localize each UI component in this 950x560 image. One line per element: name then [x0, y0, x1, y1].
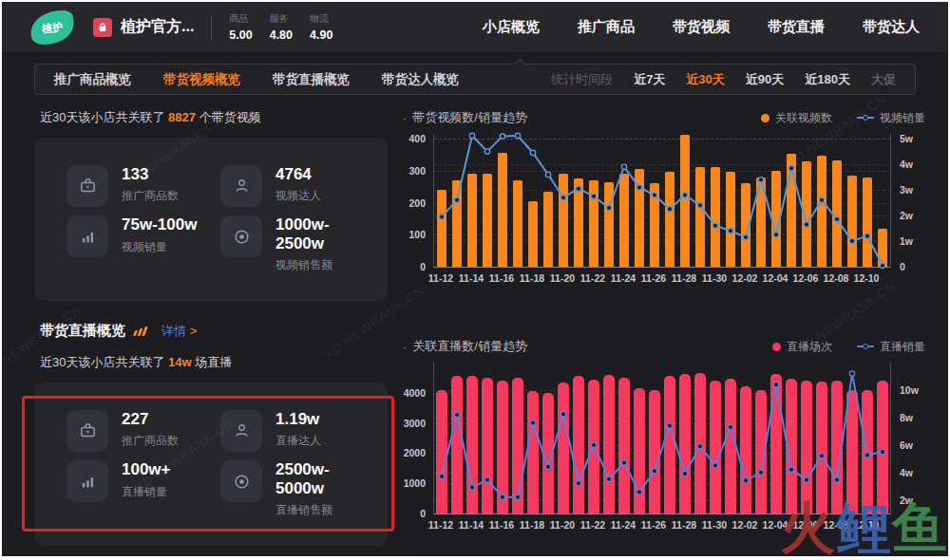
video-chart: 0100200300400 01w2w3w4w5w 11-1211-1411-1… — [401, 134, 929, 285]
legend-item[interactable]: 视频销量 — [857, 110, 925, 126]
line-point-11-26[interactable] — [652, 468, 656, 473]
line-point-11-22[interactable] — [591, 194, 596, 198]
line-point-11-18[interactable] — [530, 420, 535, 425]
line-point-11-12[interactable] — [439, 474, 444, 478]
line-point-11-18[interactable] — [530, 150, 535, 155]
line-point-12-09[interactable] — [849, 371, 854, 376]
line-point-11-28[interactable] — [682, 193, 687, 197]
period-promo[interactable]: 大促 — [871, 71, 896, 88]
line-point-11-25[interactable] — [636, 490, 641, 495]
line-point-12-05[interactable] — [788, 467, 793, 472]
line-point-11-23[interactable] — [606, 476, 611, 481]
line-point-11-13[interactable] — [454, 197, 459, 202]
line-point-11-21[interactable] — [576, 481, 580, 486]
nav-item-promo-products[interactable]: 推广商品 — [578, 18, 635, 36]
live-chart: 01000200030004000 2w4w6w8w10w 11-1211-14… — [401, 363, 929, 532]
nav-item-live[interactable]: 带货直播 — [768, 18, 825, 36]
nav-item-video[interactable]: 带货视频 — [673, 18, 730, 36]
line-point-11-12[interactable] — [439, 215, 444, 219]
x-tick-label: 11-12 — [428, 519, 453, 531]
tab-video-overview[interactable]: 带货视频概览 — [163, 71, 240, 88]
stat-label: 视频销售额 — [276, 257, 374, 273]
x-tick-label: 12-10 — [854, 272, 880, 284]
nav-item-influencers[interactable]: 带货达人 — [863, 18, 920, 36]
subnav-bar: 推广商品概览 带货视频概览 带货直播概览 带货达人概览 统计时间段 近7天 近3… — [34, 64, 916, 95]
line-point-11-17[interactable] — [515, 133, 520, 138]
line-point-11-14[interactable] — [469, 133, 474, 138]
stat-label: 视频达人 — [276, 188, 321, 204]
line-point-11-27[interactable] — [667, 423, 672, 428]
line-point-12-06[interactable] — [804, 477, 808, 482]
line-point-12-10[interactable] — [864, 233, 869, 238]
legend-item[interactable]: 直播销量 — [857, 339, 925, 355]
line-point-11-23[interactable] — [606, 205, 611, 210]
detail-link[interactable]: 详情 > — [162, 323, 197, 340]
line-point-11-28[interactable] — [682, 471, 687, 476]
line-point-12-01[interactable] — [728, 424, 732, 429]
line-point-12-04[interactable] — [773, 233, 778, 237]
line-point-11-29[interactable] — [697, 203, 702, 208]
line-point-11-24[interactable] — [621, 460, 626, 465]
legend-item[interactable]: 直播场次 — [772, 339, 832, 355]
line-point-11-16[interactable] — [500, 495, 504, 499]
line-point-11-29[interactable] — [697, 443, 702, 448]
line-point-12-08[interactable] — [834, 216, 839, 221]
line-point-11-20[interactable] — [560, 412, 565, 417]
line-point-11-22[interactable] — [591, 442, 596, 447]
line-point-11-21[interactable] — [576, 186, 580, 191]
line-point-11-20[interactable] — [560, 195, 565, 199]
line-point-12-04[interactable] — [773, 382, 778, 386]
line-point-12-08[interactable] — [834, 477, 839, 482]
tab-influencer-overview[interactable]: 带货达人概览 — [382, 71, 459, 88]
line-point-11-30[interactable] — [712, 463, 717, 468]
line-point-12-11[interactable] — [880, 449, 884, 454]
score-logistics: 物流 4.90 — [310, 12, 332, 42]
legend-item[interactable]: 关联视频数 — [761, 110, 832, 126]
line-point-12-07[interactable] — [819, 197, 824, 202]
x-tick-label: 11-18 — [520, 272, 544, 284]
line-point-11-24[interactable] — [621, 164, 626, 169]
line-point-11-19[interactable] — [545, 464, 550, 469]
period-90d[interactable]: 近90天 — [746, 71, 784, 88]
score-value: 4.80 — [270, 28, 293, 42]
legend-line-dot-marker — [857, 117, 874, 119]
score-value: 4.90 — [310, 28, 332, 42]
line-point-11-26[interactable] — [652, 193, 656, 197]
stat-value: 100w+ — [122, 460, 171, 479]
y-tick-label: 1w — [900, 235, 913, 247]
live-chart-title: 关联直播数/销量趋势 — [412, 338, 527, 355]
line-point-11-14[interactable] — [469, 485, 474, 490]
line-point-12-06[interactable] — [804, 222, 808, 227]
x-tick-label: 12-08 — [824, 272, 849, 284]
nav-item-shop-overview[interactable]: 小店概览 — [483, 18, 540, 36]
line-point-11-16[interactable] — [500, 134, 504, 139]
y-tick-label: 5w — [900, 133, 913, 144]
tab-live-overview[interactable]: 带货直播概览 — [273, 71, 350, 88]
x-tick-label: 12-06 — [793, 272, 819, 284]
line-point-12-02[interactable] — [743, 478, 748, 483]
line-point-11-15[interactable] — [484, 477, 489, 482]
line-point-12-10[interactable] — [864, 453, 869, 457]
line-point-11-19[interactable] — [545, 172, 550, 177]
period-30d[interactable]: 近30天 — [686, 71, 724, 88]
line-point-12-02[interactable] — [743, 234, 748, 239]
line-series — [434, 363, 890, 513]
line-point-12-05[interactable] — [788, 165, 793, 170]
period-180d[interactable]: 近180天 — [805, 71, 850, 88]
line-point-12-09[interactable] — [849, 238, 854, 243]
live-section: 带货直播概览 详情 > 近30天该小店共关联了 14w 场直播 — [2, 301, 948, 546]
line-point-11-17[interactable] — [515, 495, 520, 499]
line-point-12-01[interactable] — [728, 229, 732, 233]
y-tick-label: 4000 — [404, 387, 426, 399]
line-point-12-07[interactable] — [819, 454, 824, 458]
line-point-12-03[interactable] — [758, 470, 763, 475]
stat-label: 直播销量 — [122, 484, 171, 500]
line-point-11-25[interactable] — [636, 185, 641, 190]
period-7d[interactable]: 近7天 — [634, 71, 665, 88]
line-point-11-30[interactable] — [712, 223, 717, 228]
tab-promo-products-overview[interactable]: 推广商品概览 — [54, 71, 131, 88]
line-point-11-13[interactable] — [454, 412, 459, 417]
line-point-12-03[interactable] — [758, 177, 763, 182]
line-point-11-27[interactable] — [667, 207, 672, 212]
line-point-11-15[interactable] — [484, 149, 489, 154]
